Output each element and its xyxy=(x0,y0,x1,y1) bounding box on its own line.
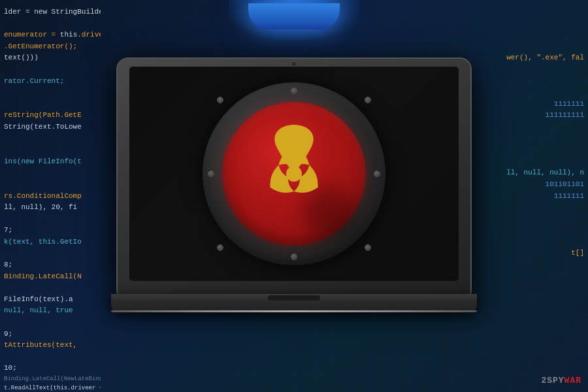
code-line: rs.ConditionalComp xyxy=(4,191,101,203)
code-line: ins(new FileInfo(t xyxy=(4,156,101,168)
code-line: 101101101 xyxy=(487,179,584,191)
biohazard-icon xyxy=(245,125,343,223)
code-line xyxy=(4,179,101,191)
bolt-right xyxy=(374,171,380,177)
code-line: 7; xyxy=(4,225,101,237)
code-line: 8; xyxy=(4,259,101,271)
code-line xyxy=(4,248,101,259)
bolt-left xyxy=(208,171,214,177)
code-line xyxy=(487,237,584,248)
code-line: 9; xyxy=(4,329,101,340)
top-glow xyxy=(229,0,359,39)
code-line: tAttributes(text, xyxy=(4,340,101,351)
code-line xyxy=(487,122,584,133)
code-line: FileInfo(text).a xyxy=(4,294,101,306)
code-line: ll, null, null), n xyxy=(487,167,584,179)
code-line: ll, null), 20, fi xyxy=(4,202,101,214)
code-line xyxy=(487,214,584,225)
code-line: lder = new StringBuilder(); xyxy=(4,7,101,18)
code-line xyxy=(4,133,101,145)
code-line: 1111111 xyxy=(487,99,584,110)
laptop-base xyxy=(111,294,477,312)
code-line: null, null, true xyxy=(4,305,101,317)
code-line: text())) xyxy=(4,52,101,64)
code-line xyxy=(4,87,101,99)
code-line: reString(Path.GetE xyxy=(4,110,101,122)
bolt-bottom xyxy=(291,253,297,260)
code-line xyxy=(4,317,101,329)
watermark-suffix: WAR xyxy=(564,376,581,385)
code-line: rator.Current; xyxy=(4,76,101,88)
code-line xyxy=(487,87,584,99)
code-line xyxy=(487,29,584,41)
code-line xyxy=(487,225,584,237)
code-line: wer(), ".exe", fal xyxy=(487,52,584,64)
biohazard-circle xyxy=(222,102,366,246)
code-line xyxy=(4,144,101,156)
screen-content xyxy=(129,67,459,281)
code-line: t.ReadAllText(this.driveer + new FileInf… xyxy=(4,384,101,392)
code-line xyxy=(4,18,101,30)
code-line: String(text.ToLowe xyxy=(4,122,101,133)
code-line xyxy=(487,156,584,168)
webcam xyxy=(291,61,297,67)
code-line xyxy=(487,144,584,156)
screen-bezel xyxy=(129,67,459,281)
code-left-panel: lder = new StringBuilder(); enumerator =… xyxy=(0,0,105,392)
code-line xyxy=(487,76,584,88)
code-line: enumerator = this.driverListcc xyxy=(4,29,101,41)
code-line: 1111111 xyxy=(487,191,584,203)
watermark-prefix: 2SPY xyxy=(541,376,564,385)
top-glow-shape xyxy=(248,3,340,29)
bolt-top-right xyxy=(365,97,371,103)
code-line: 10; xyxy=(4,363,101,374)
code-line: Binding.LateCall(NewLateBinding... xyxy=(4,374,101,384)
code-line: t[] xyxy=(487,248,584,259)
code-line: k(text, this.GetIo xyxy=(4,237,101,248)
laptop-wrapper xyxy=(111,59,477,333)
bolt-bottom-right xyxy=(365,244,371,251)
code-line: 111111111 xyxy=(487,110,584,122)
code-line xyxy=(487,133,584,145)
code-line xyxy=(4,64,101,76)
code-line xyxy=(487,41,584,53)
code-line: Binding.LateCall(N xyxy=(4,271,101,283)
shield-outer xyxy=(203,82,385,265)
code-line xyxy=(4,99,101,110)
code-line xyxy=(487,18,584,30)
laptop-body xyxy=(118,59,470,294)
bolt-bottom-left xyxy=(217,244,223,251)
bolt-top xyxy=(291,88,297,94)
code-line xyxy=(487,202,584,214)
watermark: 2SPYWAR xyxy=(541,376,581,385)
code-line xyxy=(4,351,101,363)
code-line xyxy=(487,64,584,76)
code-line xyxy=(4,214,101,225)
code-line xyxy=(487,7,584,18)
code-line xyxy=(4,282,101,294)
code-right-panel: wer(), ".exe", fal 1111111 111111111 ll,… xyxy=(483,0,588,392)
bolt-top-left xyxy=(217,97,223,103)
code-line xyxy=(4,167,101,179)
code-line: .GetEnumerator(); xyxy=(4,41,101,53)
